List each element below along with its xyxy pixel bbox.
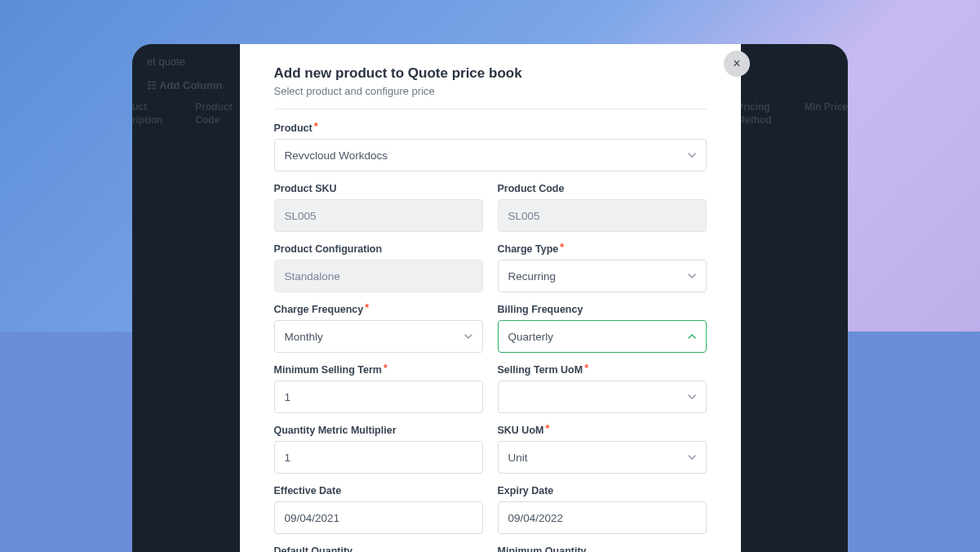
field-label-charge-type: Charge Type* xyxy=(498,243,707,255)
field-product-sku: Product SKU SL005 xyxy=(274,183,483,232)
field-product-configuration: Product Configuration Standalone xyxy=(274,243,483,292)
chevron-down-icon xyxy=(688,455,696,460)
field-selling-term-uom: Selling Term UoM* xyxy=(498,364,707,413)
expiry-date-input[interactable] xyxy=(498,501,707,534)
charge-type-select[interactable]: Recurring xyxy=(498,260,707,292)
field-label-effective-date: Effective Date xyxy=(274,485,483,496)
charge-frequency-select[interactable]: Monthly xyxy=(274,320,483,353)
product-select[interactable]: Revvcloud Workdocs xyxy=(274,139,707,171)
min-selling-term-input[interactable] xyxy=(274,381,483,413)
field-label-default-quantity: Default Quantity xyxy=(274,545,483,552)
expiry-date-value[interactable] xyxy=(508,512,696,524)
chevron-down-icon xyxy=(688,153,696,158)
qty-metric-multiplier-input[interactable] xyxy=(274,441,483,474)
divider xyxy=(274,109,707,109)
field-expiry-date: Expiry Date xyxy=(498,485,707,534)
field-label-qty-metric-multiplier: Quantity Metric Multiplier xyxy=(274,425,483,436)
product-configuration-input: Standalone xyxy=(274,260,483,292)
field-label-expiry-date: Expiry Date xyxy=(498,485,707,496)
min-selling-term-value[interactable] xyxy=(285,391,472,403)
modal-title: Add new product to Quote price book xyxy=(274,65,707,82)
field-label-sku-uom: SKU UoM* xyxy=(498,425,707,436)
field-label-product-configuration: Product Configuration xyxy=(274,243,483,255)
chevron-down-icon xyxy=(464,334,472,339)
add-product-modal: Add new product to Quote price book Sele… xyxy=(240,44,741,552)
effective-date-input[interactable] xyxy=(274,501,483,534)
sku-uom-select[interactable]: Unit xyxy=(498,441,707,474)
field-label-product-code: Product Code xyxy=(498,183,707,194)
field-min-quantity: Minimum Quantity xyxy=(498,545,707,552)
close-button[interactable]: × xyxy=(724,51,750,77)
field-label-selling-term-uom: Selling Term UoM* xyxy=(498,364,707,376)
field-label-billing-frequency: Billing Frequency xyxy=(498,304,707,315)
field-charge-frequency: Charge Frequency* Monthly xyxy=(274,304,483,353)
field-default-quantity: Default Quantity xyxy=(274,545,483,552)
product-code-input: SL005 xyxy=(498,199,707,232)
qty-metric-multiplier-value[interactable] xyxy=(285,452,472,464)
chevron-down-icon xyxy=(688,394,696,399)
chevron-up-icon xyxy=(688,334,696,339)
field-label-charge-frequency: Charge Frequency* xyxy=(274,304,483,315)
selling-term-uom-select[interactable] xyxy=(498,381,707,413)
field-sku-uom: SKU UoM* Unit xyxy=(498,425,707,474)
field-qty-metric-multiplier: Quantity Metric Multiplier xyxy=(274,425,483,474)
app-window: et quote ☷ Add Column uct ription Produc… xyxy=(132,44,848,552)
field-charge-type: Charge Type* Recurring xyxy=(498,243,707,292)
field-product: Product* Revvcloud Workdocs xyxy=(274,122,707,171)
field-billing-frequency: Billing Frequency Quarterly xyxy=(498,304,707,353)
field-product-code: Product Code SL005 xyxy=(498,183,707,232)
billing-frequency-select[interactable]: Quarterly xyxy=(498,320,707,353)
field-label-min-selling-term: Minimum Selling Term* xyxy=(274,364,483,376)
field-effective-date: Effective Date xyxy=(274,485,483,534)
chevron-down-icon xyxy=(688,274,696,278)
field-label-product-sku: Product SKU xyxy=(274,183,483,194)
product-sku-input: SL005 xyxy=(274,199,483,232)
field-label-product: Product* xyxy=(274,122,707,134)
field-label-min-quantity: Minimum Quantity xyxy=(498,545,707,552)
close-icon: × xyxy=(733,56,740,71)
field-min-selling-term: Minimum Selling Term* xyxy=(274,364,483,413)
effective-date-value[interactable] xyxy=(285,512,472,524)
modal-subtitle: Select product and configure price xyxy=(274,85,707,97)
